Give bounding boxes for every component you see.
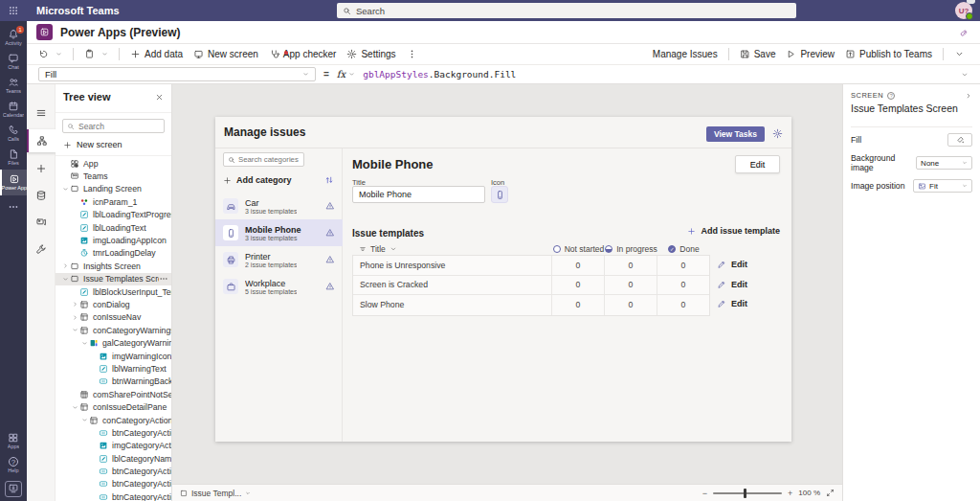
rail-item[interactable]: ? Help [0,453,27,477]
tree-item[interactable]: btnWarningBackground [56,376,171,388]
tree-item[interactable]: Teams [56,170,171,182]
toolbar-item[interactable] [119,48,120,60]
studio-rail-item[interactable] [27,239,56,260]
edit-row-button[interactable]: Edit [717,255,784,275]
rail-item[interactable]: Activity 1 [0,26,27,50]
tree-item[interactable]: conCategoryWarnings [56,324,171,336]
teams-search[interactable]: Search [337,3,796,18]
screen-selector[interactable]: Issue Templ... [180,489,251,498]
collapse-panel-icon[interactable] [965,92,972,100]
toolbar-item[interactable] [38,49,62,59]
title-field-input[interactable] [352,186,485,203]
tree-item[interactable]: Landing Screen [56,183,171,195]
tree-search[interactable] [62,119,165,133]
tree-item[interactable]: Insights Screen [56,260,171,272]
studio-rail-item[interactable] [27,212,56,233]
add-issue-template-button[interactable]: Add issue template [687,226,780,236]
tree-item[interactable]: comSharePointNotSetup_Templates [56,388,171,400]
tree-item[interactable]: Issue Templates Screen [56,273,171,285]
tree-item[interactable]: lblBlockUserInput_Templates [56,285,171,298]
rail-item[interactable]: Chat [0,50,27,74]
category-search[interactable] [223,152,304,167]
rail-item[interactable]: Calls [0,122,27,146]
table-row[interactable]: Phone is Unresponsive 0 0 0 [353,256,709,276]
toolbar-item[interactable] [943,48,944,60]
close-icon[interactable] [155,93,164,102]
tree-item[interactable]: icnParam_1 [56,195,171,208]
tree-item[interactable]: lblCategoryName [56,452,171,465]
tree-item[interactable]: galCategoryWarnings [56,336,171,349]
tree-item[interactable]: btnCategoryAction_Delete [56,426,171,439]
fit-to-screen-icon[interactable] [826,489,835,497]
formula-expand-icon[interactable] [961,71,969,79]
zoom-slider-handle[interactable] [744,489,746,498]
toolbar-item[interactable] [728,48,729,60]
rail-item[interactable]: Power Apps... [0,170,27,195]
rail-item[interactable]: Teams [0,74,27,98]
zoom-in-button[interactable]: + [788,489,792,498]
rail-item[interactable]: Apps [0,429,27,453]
rail-item[interactable]: Calendar [0,98,27,122]
app-launcher-button[interactable] [0,0,27,21]
add-category-button[interactable]: Add category [223,175,292,185]
toolbar-item[interactable] [407,49,421,59]
category-item[interactable]: Workplace 5 issue templates [215,273,343,300]
studio-rail-item[interactable] [27,158,56,179]
tree-item[interactable]: lblLoadingText [56,221,171,234]
tree-item[interactable]: btnCategoryAction_Edit [56,490,171,501]
zoom-out-button[interactable]: − [702,489,707,498]
tree-item[interactable]: btnCategoryAction_Save [56,465,171,477]
avatar[interactable]: U? [955,2,972,19]
tree-item[interactable]: lblWarningText [56,362,171,375]
tree-item[interactable]: imgCategoryAction_Delete [56,440,171,452]
tree-item[interactable]: btnCategoryAction_Cancel [56,478,171,490]
category-search-input[interactable] [238,155,300,164]
toolbar-item[interactable]: App checker [269,49,337,59]
toolbar-item[interactable]: Save [740,49,776,59]
fx-button[interactable]: fx [337,69,355,80]
tree-item[interactable]: tmrLoadingDelay [56,247,171,260]
tree-item[interactable]: App [56,157,171,170]
tree-item[interactable]: imgWarningIcon [56,350,171,362]
sort-icon[interactable] [324,175,334,185]
tree-item[interactable]: imgLoadingAppIcon [56,234,171,246]
icon-picker-button[interactable] [491,186,508,203]
background-image-select[interactable]: None [916,156,972,170]
more-icon[interactable] [159,274,168,284]
gear-icon[interactable] [772,128,783,139]
zoom-slider[interactable] [713,492,782,494]
table-row[interactable]: Slow Phone 0 0 0 [353,295,709,315]
property-select[interactable]: Fill [38,67,316,81]
tree-item[interactable]: lblLoadingTextProgress [56,209,171,221]
studio-rail-item[interactable] [27,129,56,152]
category-item[interactable]: Mobile Phone 3 issue templates [215,219,343,246]
tree-search-input[interactable] [78,122,160,131]
edit-row-button[interactable]: Edit [717,275,784,295]
category-item[interactable]: Printer 2 issue templates [215,246,343,273]
image-position-select[interactable]: Fit [913,179,972,193]
toolbar-item[interactable]: Publish to Teams [845,49,932,59]
new-screen-button[interactable]: New screen [56,133,171,156]
studio-rail-item[interactable] [27,102,56,124]
studio-rail-item[interactable] [27,185,56,206]
fill-color-button[interactable] [947,133,972,147]
view-tasks-button[interactable]: View Tasks [706,126,765,142]
table-row[interactable]: Screen is Cracked 0 0 0 [353,276,709,296]
toolbar-item[interactable] [84,49,108,59]
toolbar-item[interactable] [954,49,969,59]
category-item[interactable]: Car 3 issue templates [215,193,343,219]
toolbar-item[interactable] [73,48,74,60]
table-title-header[interactable]: Title [352,244,552,254]
toolbar-item[interactable]: New screen [193,49,258,59]
formula-input[interactable]: gblAppStyles.Background.Fill [363,69,516,80]
tree-item[interactable]: conIssueDetailPane [56,400,171,413]
toolbar-item[interactable]: Settings [346,49,395,59]
edit-category-button[interactable]: Edit [735,155,780,173]
rail-item[interactable]: Files [0,146,27,170]
edit-row-button[interactable]: Edit [717,294,784,314]
toolbar-item[interactable]: Preview [786,49,835,59]
toolbar-item[interactable]: Manage Issues [653,49,718,59]
rail-item[interactable] [0,195,27,219]
toolbar-item[interactable]: Add data [130,49,183,59]
rail-item[interactable] [5,481,22,497]
